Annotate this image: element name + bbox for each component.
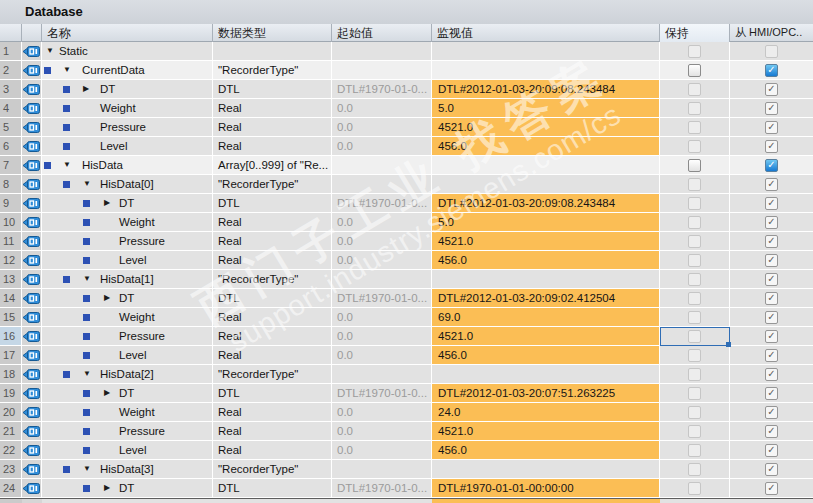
retain-checkbox[interactable] — [688, 463, 701, 476]
row-number[interactable]: 4 — [0, 99, 22, 118]
collapse-icon[interactable]: ▼ — [46, 46, 54, 55]
row-number[interactable]: 6 — [0, 137, 22, 156]
row-number[interactable]: 21 — [0, 422, 22, 441]
datatype-cell[interactable]: Real — [213, 403, 332, 422]
start-value-cell[interactable]: 0.0 — [332, 251, 432, 270]
monitor-value-cell[interactable]: 4521.0 — [432, 118, 660, 137]
retain-cell[interactable] — [660, 403, 730, 422]
monitor-value-cell[interactable]: 456.0 — [432, 346, 660, 365]
hmi-opc-cell[interactable]: ✓ — [730, 175, 813, 194]
datatype-cell[interactable]: "RecorderType" — [213, 365, 332, 384]
monitor-value-cell[interactable] — [432, 175, 660, 194]
header-retain[interactable]: 保持 — [660, 24, 730, 42]
retain-cell[interactable] — [660, 270, 730, 289]
hmi-opc-cell[interactable]: ✓ — [730, 80, 813, 99]
retain-checkbox[interactable] — [688, 216, 701, 229]
monitor-value-cell[interactable]: 5.0 — [432, 213, 660, 232]
table-row[interactable]: 13▼HisData[1]"RecorderType"✓ — [0, 270, 813, 289]
datatype-cell[interactable]: DTL — [213, 194, 332, 213]
start-value-cell[interactable]: 0.0 — [332, 346, 432, 365]
retain-cell[interactable] — [660, 156, 730, 175]
collapse-icon[interactable]: ▼ — [63, 160, 71, 169]
table-row[interactable]: 15WeightReal0.069.0✓ — [0, 308, 813, 327]
retain-checkbox[interactable] — [688, 406, 701, 419]
name-cell[interactable]: Pressure — [42, 118, 213, 137]
retain-cell[interactable] — [660, 175, 730, 194]
retain-checkbox[interactable] — [688, 102, 701, 115]
hmi-opc-cell[interactable]: ✓ — [730, 251, 813, 270]
start-value-cell[interactable]: 0.0 — [332, 137, 432, 156]
datatype-cell[interactable]: DTL — [213, 80, 332, 99]
table-row[interactable]: 18▼HisData[2]"RecorderType"✓ — [0, 365, 813, 384]
selection-handle[interactable] — [726, 342, 731, 347]
datatype-cell[interactable]: Real — [213, 118, 332, 137]
name-cell[interactable]: Pressure — [42, 327, 213, 346]
hmi-opc-cell[interactable]: ✓ — [730, 194, 813, 213]
row-number[interactable]: 17 — [0, 346, 22, 365]
row-number[interactable]: 24 — [0, 479, 22, 498]
retain-cell[interactable] — [660, 232, 730, 251]
table-row[interactable]: 1▼Static — [0, 42, 813, 61]
datatype-cell[interactable]: DTL — [213, 479, 332, 498]
hmi-opc-checkbox[interactable]: ✓ — [765, 197, 778, 210]
collapse-icon[interactable]: ▼ — [83, 369, 91, 378]
datatype-cell[interactable]: Real — [213, 308, 332, 327]
hmi-opc-cell[interactable]: ✓ — [730, 213, 813, 232]
header-name[interactable]: 名称 — [42, 24, 213, 42]
hmi-opc-checkbox[interactable]: ✓ — [765, 330, 778, 343]
table-row[interactable]: 3▶DTDTLDTL#1970-01-0...DTL#2012-01-03-20… — [0, 80, 813, 99]
name-cell[interactable]: Weight — [42, 403, 213, 422]
collapse-icon[interactable]: ▼ — [83, 179, 91, 188]
expand-icon[interactable]: ▶ — [104, 483, 110, 492]
datatype-cell[interactable]: Real — [213, 422, 332, 441]
monitor-value-cell[interactable]: 5.0 — [432, 99, 660, 118]
row-number[interactable]: 22 — [0, 441, 22, 460]
row-number[interactable]: 14 — [0, 289, 22, 308]
hmi-opc-cell[interactable]: ✓ — [730, 156, 813, 175]
name-cell[interactable]: ▼HisData — [42, 156, 213, 175]
retain-cell[interactable] — [660, 99, 730, 118]
retain-cell[interactable] — [660, 422, 730, 441]
monitor-value-cell[interactable]: 24.0 — [432, 403, 660, 422]
table-row[interactable]: 10WeightReal0.05.0✓ — [0, 213, 813, 232]
retain-checkbox[interactable] — [688, 425, 701, 438]
hmi-opc-cell[interactable]: ✓ — [730, 346, 813, 365]
start-value-cell[interactable]: 0.0 — [332, 327, 432, 346]
datatype-cell[interactable]: Array[0..999] of "Re... — [213, 156, 332, 175]
monitor-value-cell[interactable]: DTL#2012-01-03-20:09:08.243484 — [432, 194, 660, 213]
retain-cell[interactable] — [660, 137, 730, 156]
retain-checkbox[interactable] — [688, 254, 701, 267]
monitor-value-cell[interactable] — [432, 270, 660, 289]
name-cell[interactable]: Weight — [42, 213, 213, 232]
retain-cell[interactable] — [660, 61, 730, 80]
name-cell[interactable]: Level — [42, 137, 213, 156]
row-number[interactable]: 7 — [0, 156, 22, 175]
monitor-value-cell[interactable] — [432, 156, 660, 175]
retain-cell[interactable] — [660, 384, 730, 403]
start-value-cell[interactable]: DTL#1970-01-0... — [332, 479, 432, 498]
monitor-value-cell[interactable]: 4521.0 — [432, 232, 660, 251]
table-row[interactable]: 8▼HisData[0]"RecorderType"✓ — [0, 175, 813, 194]
table-row[interactable]: 19▶DTDTLDTL#1970-01-0...DTL#2012-01-03-2… — [0, 384, 813, 403]
datatype-cell[interactable]: Real — [213, 99, 332, 118]
datatype-cell[interactable]: Real — [213, 232, 332, 251]
table-row[interactable]: 11PressureReal0.04521.0✓ — [0, 232, 813, 251]
row-number[interactable]: 9 — [0, 194, 22, 213]
table-row[interactable]: 6LevelReal0.0456.0✓ — [0, 137, 813, 156]
monitor-value-cell[interactable]: 456.0 — [432, 251, 660, 270]
hmi-opc-cell[interactable] — [730, 42, 813, 61]
hmi-opc-checkbox[interactable]: ✓ — [765, 159, 778, 172]
name-cell[interactable]: Pressure — [42, 232, 213, 251]
table-row[interactable]: 21PressureReal0.04521.0✓ — [0, 422, 813, 441]
retain-checkbox[interactable] — [688, 273, 701, 286]
hmi-opc-checkbox[interactable]: ✓ — [765, 121, 778, 134]
retain-checkbox[interactable] — [688, 387, 701, 400]
monitor-value-cell[interactable]: 4521.0 — [432, 327, 660, 346]
name-cell[interactable]: Level — [42, 251, 213, 270]
retain-cell[interactable] — [660, 194, 730, 213]
name-cell[interactable]: ▶DT — [42, 479, 213, 498]
start-value-cell[interactable]: 0.0 — [332, 99, 432, 118]
monitor-value-cell[interactable]: DTL#2012-01-03-20:07:51.263225 — [432, 384, 660, 403]
expand-icon[interactable]: ▶ — [104, 198, 110, 207]
start-value-cell[interactable]: 0.0 — [332, 232, 432, 251]
